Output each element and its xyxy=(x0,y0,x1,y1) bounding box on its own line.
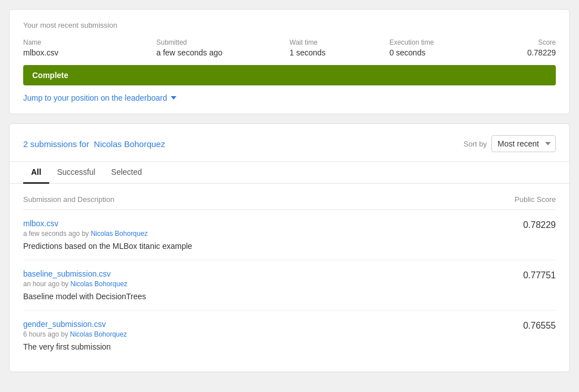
leaderboard-link[interactable]: Jump to your position on the leaderboard xyxy=(23,93,176,102)
submission-score: 0.78229 xyxy=(523,219,556,230)
submissions-header: 2 submissions for Nicolas Bohorquez Sort… xyxy=(23,135,556,161)
submitted-value: a few seconds ago xyxy=(157,48,290,57)
submission-meta: Name mlbox.csv Submitted a few seconds a… xyxy=(23,38,556,57)
execution-time-col: Execution time 0 seconds xyxy=(390,38,490,57)
name-label: Name xyxy=(23,38,157,46)
table-row: baseline_submission.csv an hour ago by N… xyxy=(23,260,556,311)
submission-filename-link[interactable]: mlbox.csv xyxy=(23,219,192,228)
submission-info: gender_submission.csv 6 hours ago by Nic… xyxy=(23,320,127,351)
col-header-score: Public Score xyxy=(515,195,556,204)
table-row: mlbox.csv a few seconds ago by Nicolas B… xyxy=(23,210,556,260)
tab-selected[interactable]: Selected xyxy=(103,162,150,184)
submission-author-link: Nicolas Bohorquez xyxy=(70,280,127,288)
name-value: mlbox.csv xyxy=(23,48,157,57)
table-row: gender_submission.csv 6 hours ago by Nic… xyxy=(23,311,556,360)
submission-description: The very first submission xyxy=(23,342,127,351)
execution-time-label: Execution time xyxy=(390,38,490,46)
submission-info: mlbox.csv a few seconds ago by Nicolas B… xyxy=(23,219,192,251)
submissions-table: Submission and Description Public Score … xyxy=(23,195,556,360)
submission-author-link: Nicolas Bohorquez xyxy=(70,330,127,338)
submission-meta-text: an hour ago by Nicolas Bohorquez xyxy=(23,280,146,288)
name-col: Name mlbox.csv xyxy=(23,38,157,57)
submissions-count-text: 2 submissions for xyxy=(23,139,89,149)
tab-all[interactable]: All xyxy=(23,162,49,184)
submissions-count: 2 submissions for Nicolas Bohorquez xyxy=(23,139,165,149)
submitted-col: Submitted a few seconds ago xyxy=(157,38,290,57)
submission-meta-text: a few seconds ago by Nicolas Bohorquez xyxy=(23,230,192,238)
sort-label: Sort by xyxy=(464,140,487,148)
sort-controls: Sort by Most recent Best score xyxy=(464,135,556,152)
wait-time-label: Wait time xyxy=(290,38,390,46)
submission-filename-link[interactable]: gender_submission.csv xyxy=(23,320,127,329)
submission-author-link: Nicolas Bohorquez xyxy=(90,230,148,238)
submission-meta-text: 6 hours ago by Nicolas Bohorquez xyxy=(23,330,127,338)
leaderboard-link-text: Jump to your position on the leaderboard xyxy=(23,93,167,102)
chevron-down-icon xyxy=(171,96,176,100)
sort-select[interactable]: Most recent Best score xyxy=(491,135,556,152)
card-title: Your most recent submission xyxy=(23,21,556,29)
wait-time-col: Wait time 1 seconds xyxy=(290,38,390,57)
col-header-description: Submission and Description xyxy=(23,195,114,204)
submission-score: 0.76555 xyxy=(523,320,556,331)
status-bar: Complete xyxy=(23,65,556,85)
score-label: Score xyxy=(538,38,556,46)
wait-time-value: 1 seconds xyxy=(290,48,390,57)
score-value: 0.78229 xyxy=(527,48,556,57)
submission-info: baseline_submission.csv an hour ago by N… xyxy=(23,269,146,301)
tab-successful[interactable]: Successful xyxy=(49,162,103,184)
submission-filename-link[interactable]: baseline_submission.csv xyxy=(23,269,146,278)
submission-score: 0.77751 xyxy=(523,269,556,281)
submitted-label: Submitted xyxy=(157,38,290,46)
submissions-list-card: 2 submissions for Nicolas Bohorquez Sort… xyxy=(9,123,570,372)
tabs-bar: All Successful Selected xyxy=(10,161,569,184)
table-header: Submission and Description Public Score xyxy=(23,195,556,210)
execution-time-value: 0 seconds xyxy=(390,48,490,57)
submission-description: Baseline model with DecisionTrees xyxy=(23,292,146,301)
recent-submission-card: Your most recent submission Name mlbox.c… xyxy=(9,9,570,114)
score-col: Score 0.78229 xyxy=(489,38,556,57)
submissions-username: Nicolas Bohorquez xyxy=(94,139,165,149)
submission-description: Predictions based on the MLBox titanic e… xyxy=(23,242,192,251)
